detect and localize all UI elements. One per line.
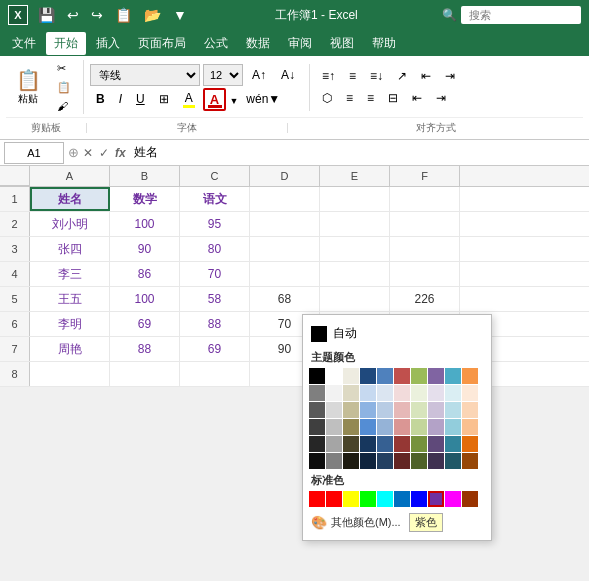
cell-a5[interactable]: 王五 — [30, 287, 110, 311]
cell-b3[interactable]: 90 — [110, 237, 180, 261]
cell-c5[interactable]: 58 — [180, 287, 250, 311]
cell-a1[interactable]: 姓名 — [30, 187, 110, 211]
std-color-swatch[interactable] — [394, 491, 410, 507]
border-button[interactable]: ⊞ — [153, 89, 175, 109]
cell-b1[interactable]: 数学 — [110, 187, 180, 211]
std-color-swatch[interactable] — [462, 491, 478, 507]
cell-c8[interactable] — [180, 362, 250, 386]
theme-color-swatch[interactable] — [462, 368, 478, 384]
theme-color-swatch[interactable] — [377, 402, 393, 418]
save-icon[interactable]: 💾 — [34, 5, 59, 25]
formula-input[interactable] — [130, 145, 585, 161]
indent-increase-button[interactable]: ⇥ — [439, 66, 461, 86]
theme-color-swatch[interactable] — [394, 436, 410, 452]
cell-c7[interactable]: 69 — [180, 337, 250, 361]
formula-expand-icon[interactable]: ⊕ — [68, 145, 79, 160]
auto-color-option[interactable]: 自动 — [309, 321, 485, 346]
cell-b4[interactable]: 86 — [110, 262, 180, 286]
cell-reference-input[interactable] — [4, 142, 64, 164]
align-right-button[interactable]: ≡ — [361, 88, 380, 108]
cell-a7[interactable]: 周艳 — [30, 337, 110, 361]
theme-color-swatch[interactable] — [343, 368, 359, 384]
cell-e5[interactable] — [320, 287, 390, 311]
align-center-button[interactable]: ≡ — [340, 88, 359, 108]
theme-color-swatch[interactable] — [428, 385, 444, 401]
cell-f5[interactable]: 226 — [390, 287, 460, 311]
cell-b7[interactable]: 88 — [110, 337, 180, 361]
col-header-b[interactable]: B — [110, 166, 180, 186]
theme-color-swatch[interactable] — [309, 436, 325, 452]
cell-d1[interactable] — [250, 187, 320, 211]
menu-view[interactable]: 视图 — [322, 32, 362, 55]
cell-b8[interactable] — [110, 362, 180, 386]
undo-icon[interactable]: ↩ — [63, 5, 83, 25]
cell-a2[interactable]: 刘小明 — [30, 212, 110, 236]
theme-color-swatch[interactable] — [377, 385, 393, 401]
std-color-swatch[interactable] — [309, 491, 325, 507]
align-left-button[interactable]: ⬡ — [316, 88, 338, 108]
theme-color-swatch[interactable] — [445, 453, 461, 469]
font-size-select[interactable]: 12 — [203, 64, 243, 86]
cell-c2[interactable]: 95 — [180, 212, 250, 236]
fill-color-button[interactable]: A — [177, 88, 201, 111]
theme-color-swatch[interactable] — [343, 402, 359, 418]
theme-color-swatch[interactable] — [326, 402, 342, 418]
theme-color-swatch[interactable] — [309, 453, 325, 469]
theme-color-swatch[interactable] — [411, 385, 427, 401]
cell-c3[interactable]: 80 — [180, 237, 250, 261]
confirm-formula-icon[interactable]: ✓ — [99, 146, 109, 160]
copy-button[interactable]: 📋 — [53, 79, 75, 96]
indent-left-button[interactable]: ⇤ — [406, 88, 428, 108]
cell-f1[interactable] — [390, 187, 460, 211]
theme-color-swatch[interactable] — [411, 402, 427, 418]
theme-color-swatch[interactable] — [462, 385, 478, 401]
menu-home[interactable]: 开始 — [46, 32, 86, 55]
theme-color-swatch[interactable] — [309, 402, 325, 418]
theme-color-swatch[interactable] — [360, 453, 376, 469]
theme-color-swatch[interactable] — [394, 385, 410, 401]
decrease-font-button[interactable]: A↓ — [275, 65, 301, 85]
italic-button[interactable]: I — [113, 89, 128, 109]
std-color-swatch[interactable] — [360, 491, 376, 507]
cell-e3[interactable] — [320, 237, 390, 261]
col-header-f[interactable]: F — [390, 166, 460, 186]
align-bottom-button[interactable]: ≡↓ — [364, 66, 389, 86]
merge-button[interactable]: ⊟ — [382, 88, 404, 108]
cell-d4[interactable] — [250, 262, 320, 286]
std-color-swatch[interactable] — [343, 491, 359, 507]
theme-color-swatch[interactable] — [360, 419, 376, 435]
theme-color-swatch[interactable] — [360, 436, 376, 452]
theme-color-swatch[interactable] — [377, 453, 393, 469]
theme-color-swatch[interactable] — [360, 368, 376, 384]
theme-color-swatch[interactable] — [377, 419, 393, 435]
font-color-button[interactable]: A — [203, 88, 226, 111]
cancel-formula-icon[interactable]: ✕ — [83, 146, 93, 160]
align-top-button[interactable]: ≡↑ — [316, 66, 341, 86]
cell-a3[interactable]: 张四 — [30, 237, 110, 261]
theme-color-swatch[interactable] — [326, 453, 342, 469]
menu-help[interactable]: 帮助 — [364, 32, 404, 55]
cell-c4[interactable]: 70 — [180, 262, 250, 286]
font-family-select[interactable]: 等线 — [90, 64, 200, 86]
theme-color-swatch[interactable] — [360, 385, 376, 401]
cell-b6[interactable]: 69 — [110, 312, 180, 336]
menu-page-layout[interactable]: 页面布局 — [130, 32, 194, 55]
bold-button[interactable]: B — [90, 89, 111, 109]
font-color-dropdown[interactable]: ▼ — [229, 96, 238, 106]
menu-file[interactable]: 文件 — [4, 32, 44, 55]
theme-color-swatch[interactable] — [394, 453, 410, 469]
text-direction-button[interactable]: ↗ — [391, 66, 413, 86]
search-input[interactable] — [461, 6, 581, 24]
theme-color-swatch[interactable] — [377, 436, 393, 452]
dropdown-icon[interactable]: ▼ — [169, 5, 191, 25]
underline-button[interactable]: U — [130, 89, 151, 109]
cell-f4[interactable] — [390, 262, 460, 286]
std-color-swatch[interactable] — [326, 491, 342, 507]
menu-formula[interactable]: 公式 — [196, 32, 236, 55]
theme-color-swatch[interactable] — [428, 436, 444, 452]
theme-color-swatch[interactable] — [326, 385, 342, 401]
cell-c1[interactable]: 语文 — [180, 187, 250, 211]
menu-insert[interactable]: 插入 — [88, 32, 128, 55]
theme-color-swatch[interactable] — [411, 453, 427, 469]
col-header-c[interactable]: C — [180, 166, 250, 186]
